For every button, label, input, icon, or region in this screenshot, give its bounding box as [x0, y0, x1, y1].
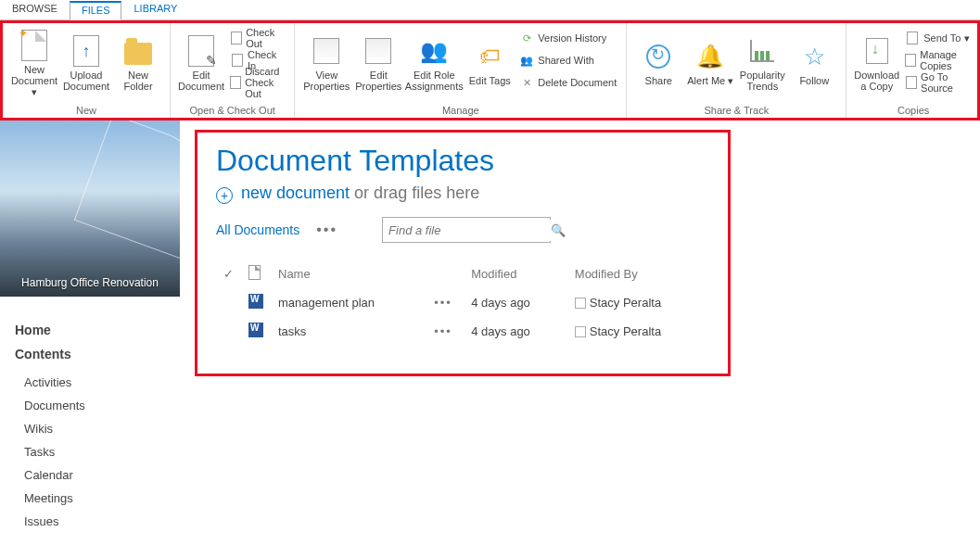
- sidebar: Hamburg Office Renovation Home Contents …: [0, 120, 180, 545]
- nav-item-calendar[interactable]: Calendar: [15, 463, 165, 487]
- new-document-icon: [21, 30, 47, 61]
- col-modified-by[interactable]: Modified By: [567, 260, 709, 288]
- dropdown-caret-icon: ▾: [32, 86, 37, 97]
- ribbon-group-label: Share & Track: [627, 105, 846, 118]
- search-input[interactable]: [383, 220, 551, 241]
- ribbon: New Document ▾ ↑ Upload Document New Fol…: [0, 20, 980, 120]
- ribbon-group-share: Share 🔔Alert Me ▾ Popularity Trends ☆Fol…: [627, 23, 846, 118]
- edit-role-button[interactable]: 👥Edit Role Assignments: [404, 27, 464, 101]
- download-copy-button[interactable]: Download a Copy: [852, 27, 901, 101]
- bell-icon: 🔔: [696, 44, 724, 70]
- search-box: 🔍: [382, 217, 551, 243]
- download-icon: [866, 38, 888, 64]
- go-to-source-icon: [905, 75, 917, 90]
- col-modified[interactable]: Modified: [464, 260, 567, 288]
- ribbon-group-label: Copies: [846, 105, 980, 118]
- tab-library[interactable]: LIBRARY: [121, 0, 189, 19]
- upload-document-button[interactable]: ↑ Upload Document: [60, 27, 112, 101]
- ribbon-group-open: Edit Document Check Out Check In Discard…: [171, 23, 295, 118]
- shared-with-icon: 👥: [519, 53, 534, 68]
- edit-document-icon: [188, 35, 214, 67]
- edit-document-button[interactable]: Edit Document: [176, 27, 226, 101]
- alert-me-button[interactable]: 🔔Alert Me ▾: [684, 27, 736, 101]
- modified-by-cell: Stacy Peralta: [567, 317, 709, 346]
- select-all-checkbox[interactable]: ✓: [223, 267, 234, 281]
- discard-icon: [230, 76, 241, 89]
- delete-document-button[interactable]: ✕Delete Document: [515, 71, 620, 94]
- view-properties-icon: [313, 38, 339, 64]
- modified-by-cell: Stacy Peralta: [567, 288, 709, 317]
- ribbon-group-label: Open & Check Out: [171, 105, 294, 118]
- modified-cell: 4 days ago: [464, 317, 567, 346]
- send-to-button[interactable]: Send To ▾: [901, 27, 974, 49]
- edit-properties-icon: [365, 38, 391, 64]
- library-panel: Document Templates + new document or dra…: [195, 130, 731, 376]
- document-list: ✓ Name Modified Modified By management p…: [216, 260, 709, 346]
- tags-icon: 🏷: [479, 44, 500, 69]
- file-name[interactable]: management plan: [271, 288, 426, 317]
- file-name[interactable]: tasks: [271, 317, 426, 346]
- table-row[interactable]: tasks ••• 4 days ago Stacy Peralta: [216, 317, 709, 346]
- check-in-icon: [232, 54, 243, 67]
- dropdown-caret-icon: ▾: [964, 32, 970, 44]
- presence-box: [575, 326, 586, 337]
- tab-files[interactable]: FILES: [70, 1, 122, 20]
- row-menu-button[interactable]: •••: [434, 324, 452, 338]
- presence-box: [575, 298, 586, 309]
- nav-contents[interactable]: Contents: [15, 347, 165, 361]
- edit-tags-button[interactable]: 🏷Edit Tags: [464, 27, 515, 101]
- new-folder-button[interactable]: New Folder: [112, 27, 164, 101]
- nav-item-activities[interactable]: Activities: [15, 371, 165, 394]
- follow-button[interactable]: ☆Follow: [788, 27, 840, 101]
- version-history-icon: ⟳: [519, 31, 534, 45]
- go-to-source-button[interactable]: Go To Source: [901, 71, 974, 94]
- upload-icon: ↑: [73, 35, 99, 67]
- star-icon: ☆: [804, 43, 825, 71]
- nav-item-wikis[interactable]: Wikis: [15, 417, 165, 440]
- nav-item-meetings[interactable]: Meetings: [15, 487, 165, 510]
- new-document-button[interactable]: New Document ▾: [8, 27, 60, 101]
- modified-cell: 4 days ago: [464, 288, 567, 317]
- ribbon-group-label: Manage: [295, 105, 626, 118]
- word-doc-icon: [248, 294, 263, 309]
- shared-with-button[interactable]: 👥Shared With: [515, 49, 620, 71]
- quick-launch-nav: Home Contents Activities Documents Wikis…: [0, 297, 180, 545]
- nav-item-issues[interactable]: Issues: [15, 510, 165, 533]
- new-document-link[interactable]: + new document: [216, 184, 354, 202]
- view-options-menu[interactable]: •••: [316, 222, 337, 238]
- version-history-button[interactable]: ⟳Version History: [515, 27, 620, 49]
- nav-item-tasks[interactable]: Tasks: [15, 440, 165, 463]
- col-name[interactable]: Name: [271, 260, 426, 288]
- type-header-icon: [248, 265, 261, 280]
- popularity-trends-button[interactable]: Popularity Trends: [736, 27, 788, 101]
- table-row[interactable]: management plan ••• 4 days ago Stacy Per…: [216, 288, 709, 317]
- search-button[interactable]: 🔍: [551, 223, 566, 237]
- ribbon-group-new: New Document ▾ ↑ Upload Document New Fol…: [3, 23, 171, 118]
- word-doc-icon: [248, 323, 263, 337]
- delete-icon: ✕: [519, 75, 534, 90]
- manage-copies-button[interactable]: Manage Copies: [901, 49, 974, 71]
- search-icon: 🔍: [551, 223, 566, 237]
- share-button[interactable]: Share: [632, 27, 684, 101]
- check-out-icon: [231, 32, 242, 44]
- all-documents-view[interactable]: All Documents: [216, 222, 299, 237]
- check-out-button[interactable]: Check Out: [226, 27, 288, 49]
- nav-home[interactable]: Home: [15, 323, 165, 337]
- ribbon-group-manage: View Properties Edit Properties 👥Edit Ro…: [295, 23, 627, 118]
- page-title: Document Templates: [216, 144, 709, 178]
- ribbon-group-label: New: [3, 105, 170, 118]
- chart-icon: [750, 40, 774, 62]
- share-icon: [646, 44, 670, 69]
- plus-circle-icon: +: [216, 187, 233, 204]
- tab-browse[interactable]: BROWSE: [0, 0, 70, 19]
- folder-icon: [124, 43, 152, 65]
- row-menu-button[interactable]: •••: [434, 296, 452, 310]
- edit-properties-button[interactable]: Edit Properties: [352, 27, 404, 101]
- nav-item-documents[interactable]: Documents: [15, 394, 165, 417]
- send-to-icon: [905, 31, 920, 45]
- site-image[interactable]: Hamburg Office Renovation: [0, 120, 180, 297]
- ribbon-group-copies: Download a Copy Send To ▾ Manage Copies …: [846, 23, 980, 118]
- drag-hint: or drag files here: [354, 184, 479, 202]
- discard-check-out-button[interactable]: Discard Check Out: [226, 71, 288, 94]
- view-properties-button[interactable]: View Properties: [300, 27, 352, 101]
